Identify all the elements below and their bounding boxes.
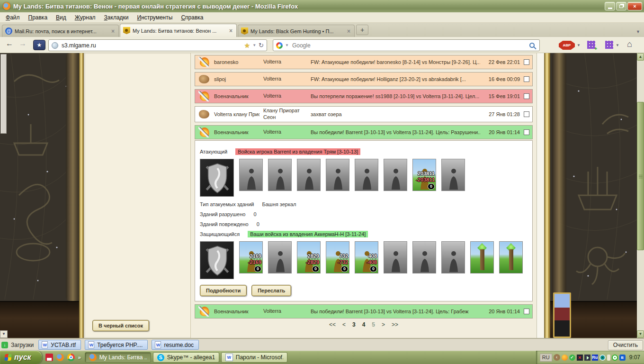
page-last[interactable]: >> <box>392 321 398 328</box>
unit-settler: 2169 -2169 0 <box>239 241 263 273</box>
unit-demon: 203811 -203811 0 <box>412 159 436 191</box>
new-tab-button[interactable]: + <box>356 25 368 35</box>
screen: My Lands: Битва титанов: Венон - первая … <box>0 0 644 364</box>
menu-item[interactable]: Вид <box>52 13 70 22</box>
inner-scrollbar-down-icon[interactable]: ▼ <box>0 330 8 338</box>
tab-mailru[interactable]: Mail.Ru: почта, поиск в интернет... × <box>2 25 119 37</box>
extension-dropdown-icon[interactable]: ▼ <box>616 43 619 47</box>
search-engine-dropdown-icon[interactable]: ▼ <box>285 43 289 47</box>
tray-collapse-icon[interactable]: ‹ <box>554 354 560 361</box>
tray-network-error-icon[interactable] <box>577 355 583 361</box>
tab-close-icon[interactable]: × <box>228 27 233 34</box>
tray-update-icon[interactable] <box>612 355 618 361</box>
reload-icon[interactable]: ↻ <box>259 42 264 49</box>
task-word[interactable]: Пароли - Microsof... <box>221 352 287 363</box>
scrollbar-thumb[interactable] <box>637 102 644 250</box>
unit-losses: -408 <box>367 259 377 265</box>
message-checkbox[interactable] <box>524 93 529 99</box>
unit-pegasus <box>326 159 349 191</box>
page-first[interactable]: << <box>329 321 336 328</box>
tab-mylands-bgh[interactable]: My Lands: Black Gem Hunting • П... × <box>238 25 355 37</box>
message-checkbox[interactable] <box>524 59 529 65</box>
firefox-launcher-icon[interactable] <box>56 354 64 361</box>
message-checkbox[interactable] <box>524 111 529 117</box>
minimize-button[interactable] <box>605 2 615 10</box>
task-app-icon <box>225 354 233 361</box>
tab-close-icon[interactable]: × <box>346 28 351 35</box>
adblock-icon[interactable]: ABP <box>559 41 575 50</box>
tray-umbrella-icon[interactable] <box>607 355 610 361</box>
inner-scrollbar-thumb[interactable] <box>0 54 7 134</box>
unit-mirror-tower <box>470 241 494 273</box>
menu-item[interactable]: Журнал <box>71 13 99 22</box>
page-next[interactable]: > <box>382 321 385 328</box>
language-indicator[interactable]: RU <box>540 354 552 362</box>
page-5[interactable]: 5 <box>372 321 375 328</box>
page-3[interactable]: 3 <box>352 321 356 328</box>
unit-axeman <box>268 159 292 191</box>
message-checkbox[interactable] <box>524 129 529 135</box>
tab-close-icon[interactable]: × <box>110 28 116 35</box>
mail-row[interactable]: Военачальник Volterra Вы потерпели пораж… <box>195 89 533 103</box>
url-input[interactable] <box>61 42 242 49</box>
window-scrollbar[interactable]: ▲ ▼ <box>637 53 644 338</box>
search-input[interactable] <box>291 42 527 49</box>
download-file[interactable]: Требуется PHP.... <box>85 340 148 350</box>
scrollbar-down-icon[interactable]: ▼ <box>637 330 644 338</box>
page-prev[interactable]: < <box>342 321 346 328</box>
menu-item[interactable]: Правка <box>25 13 52 22</box>
menu-item[interactable]: Закладки <box>100 13 133 22</box>
download-file[interactable]: УСТАВ.rtf <box>38 340 81 350</box>
mail-row[interactable]: Volterra клану Приор Клану Приорат Сеон … <box>195 106 533 122</box>
mail-row[interactable]: slipoj Volterra FW: Атакующие победили! … <box>195 72 533 86</box>
tray-bluetooth-icon[interactable] <box>619 355 626 361</box>
quick-launch-overflow-icon[interactable]: » <box>78 355 81 360</box>
chrome-launcher-icon[interactable] <box>67 354 75 361</box>
download-file[interactable]: resume.doc <box>152 340 199 350</box>
menu-item[interactable]: Файл <box>2 13 24 22</box>
home-button[interactable]: ⌂ <box>627 39 632 49</box>
tray-player-icon[interactable] <box>599 355 606 361</box>
bookmark-star-icon[interactable]: ★ <box>244 42 250 49</box>
tray-qip-icon[interactable] <box>562 355 568 361</box>
scrollbar-up-icon[interactable]: ▲ <box>637 53 644 61</box>
message-checkbox[interactable] <box>524 76 529 82</box>
decorative-map-art-left <box>0 53 84 338</box>
search-icon[interactable] <box>529 43 535 48</box>
blacklist-button[interactable]: В черный список <box>92 320 149 331</box>
tab-mylands-venon[interactable]: My Lands: Битва титанов: Венон ... × <box>120 24 237 37</box>
page-4[interactable]: 4 <box>362 321 366 328</box>
adblock-dropdown-icon[interactable]: ▼ <box>577 43 581 47</box>
save-launcher-icon[interactable] <box>45 354 53 361</box>
close-button[interactable]: × <box>627 2 642 10</box>
unit-count: 203811 <box>418 171 435 176</box>
menu-item[interactable]: Справка <box>177 13 207 22</box>
mail-row[interactable]: Военачальник Volterra Вы победили! Barre… <box>195 125 533 139</box>
bookmarks-button[interactable]: ★ <box>33 40 45 50</box>
forward-button[interactable]: Переслать <box>251 285 291 296</box>
downloads-icon[interactable] <box>1 342 8 348</box>
tray-antivirus-icon[interactable] <box>569 355 575 361</box>
mail-row[interactable]: Военачальник Volterra Вы победили! Barre… <box>195 304 533 318</box>
url-dropdown-icon[interactable]: ▼ <box>252 43 256 47</box>
tray-punto-icon[interactable]: Ru <box>592 355 598 361</box>
start-button[interactable]: пуск <box>0 351 42 364</box>
mail-row[interactable]: baronesko Volterra FW: Атакующие победил… <box>195 55 533 69</box>
extension-grid-icon[interactable] <box>605 41 613 49</box>
unit-monk <box>384 241 407 273</box>
inner-scrollbar[interactable] <box>537 53 544 338</box>
message-subject: Вы потерпели поражение! ss1988 [2-10-19]… <box>311 93 480 99</box>
details-button[interactable]: Подробности <box>200 285 247 296</box>
menu-item[interactable]: Инструменты <box>134 13 177 22</box>
message-checkbox[interactable] <box>524 309 529 314</box>
message-sender: slipoj <box>214 76 259 82</box>
tray-network-icon[interactable] <box>584 355 590 361</box>
parchment-curl <box>66 53 80 301</box>
forward-button[interactable]: → <box>19 39 27 48</box>
extension-add-icon[interactable] <box>587 41 595 49</box>
restore-button[interactable] <box>616 2 626 10</box>
back-button[interactable]: ← <box>6 39 13 48</box>
downloads-clear-button[interactable]: Очистить <box>608 340 643 350</box>
task-skype[interactable]: Skype™ - allegea1 <box>153 352 219 363</box>
task-mylands[interactable]: My Lands: Битва ... <box>85 352 151 363</box>
